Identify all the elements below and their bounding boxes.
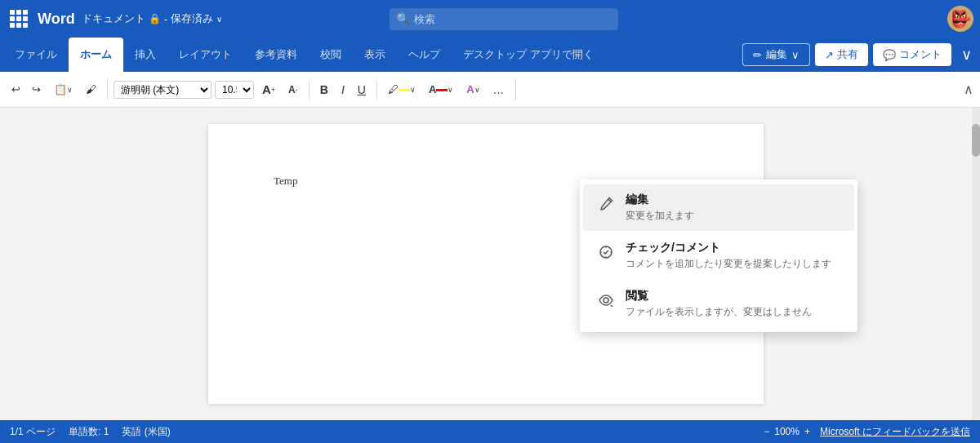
title-bar: Word ドキュメント 🔒 - 保存済み ∨ 🔍 👺 [0,0,980,38]
grow-font-icon: A [262,82,271,96]
comment-button[interactable]: 💬 コメント [873,43,951,66]
tab-view[interactable]: 表示 [353,38,397,72]
edit-mode-button[interactable]: ✏ 編集 ∨ [742,43,810,66]
view-item-title: 閲覧 [626,289,812,303]
redo-button[interactable]: ↪ [27,80,46,99]
clipboard-button[interactable]: 📋∨ [49,80,78,99]
italic-button[interactable]: I [336,80,350,100]
zoom-in-icon[interactable]: + [804,426,810,437]
edit-item-title: 編集 [626,193,694,207]
toolbar-separator-2 [309,80,310,100]
shrink-font-icon: A [288,84,296,95]
text-effects-button[interactable]: A ∨ [461,80,484,99]
zoom-out-icon[interactable]: − [764,426,769,437]
tab-insert[interactable]: 挿入 [123,38,167,72]
dropdown-item-view[interactable]: 閲覧 ファイルを表示しますが、変更はしません [583,281,854,327]
toolbar: ↩ ↪ 📋∨ 🖌 游明朝 (本文) 10.5 A+ A- B I U 🖊 ∨ A [0,72,980,108]
redo-icon: ↪ [32,83,41,95]
search-icon: 🔍 [396,12,410,25]
bold-button[interactable]: B [315,80,333,100]
font-color-icon: A [429,83,436,95]
underline-button[interactable]: U [353,80,371,100]
svg-point-1 [604,298,608,303]
tab-layout[interactable]: レイアウト [167,38,243,72]
undo-button[interactable]: ↩ [7,80,25,99]
tab-desktop-app[interactable]: デスクトップ アプリで開く [452,38,605,72]
dropdown-item-edit[interactable]: 編集 変更を加えます [583,184,854,231]
zoom-controls: − 100% + [764,426,810,437]
edit-item-text: 編集 変更を加えます [626,193,694,223]
more-formatting-icon: ... [493,82,504,97]
autosave-icon: 🔒 [149,13,161,24]
waffle-menu-icon[interactable] [7,7,31,31]
tab-review[interactable]: 校閲 [309,38,353,72]
undo-redo-group: ↩ ↪ [7,80,46,99]
feedback-link[interactable]: Microsoft にフィードバックを送信 [820,425,970,439]
highlight-icon: 🖊 [388,83,399,95]
word-count: 単語数: 1 [69,425,109,439]
share-label: 共有 [837,47,858,62]
status-right: − 100% + Microsoft にフィードバックを送信 [764,425,970,439]
share-button[interactable]: ↗ 共有 [815,43,868,66]
comment-label: コメント [899,47,942,62]
document-content[interactable]: Temp [274,175,297,187]
language: 英語 (米国) [122,425,170,439]
clipboard-caret: ∨ [67,86,73,94]
review-item-desc: コメントを追加したり変更を提案したりします [626,257,831,271]
search-input[interactable] [390,8,618,30]
zoom-level: 100% [774,426,800,437]
ribbon: ファイル ホーム 挿入 レイアウト 参考資料 校閲 表示 ヘルプ デスクトップ … [0,38,980,72]
status-bar: 1/1 ページ 単語数: 1 英語 (米国) − 100% + Microsof… [0,420,980,443]
tab-references[interactable]: 参考資料 [243,38,309,72]
highlight-button[interactable]: 🖊 ∨ [383,80,421,99]
review-item-icon [596,242,616,262]
tab-help[interactable]: ヘルプ [397,38,452,72]
bold-icon: B [320,83,328,96]
doc-title-caret: ∨ [216,15,222,24]
highlight-caret: ∨ [410,86,416,94]
view-item-desc: ファイルを表示しますが、変更はしません [626,305,812,319]
scrollbar-thumb[interactable] [972,124,980,157]
underline-icon: U [358,83,366,96]
toolbar-separator-1 [107,80,108,100]
toolbar-separator-3 [376,80,377,100]
dropdown-item-review[interactable]: チェック/コメント コメントを追加したり変更を提案したりします [583,233,854,279]
edit-item-desc: 変更を加えます [626,209,694,223]
title-bar-right: 👺 [947,6,973,32]
tab-file[interactable]: ファイル [3,38,69,72]
more-formatting-button[interactable]: ... [488,79,509,100]
font-color-button[interactable]: A ∨ [424,80,458,99]
ribbon-tabs: ファイル ホーム 挿入 レイアウト 参考資料 校閲 表示 ヘルプ デスクトップ … [3,38,605,72]
user-avatar[interactable]: 👺 [947,6,973,32]
font-size-select[interactable]: 10.5 [215,81,254,99]
edit-mode-dropdown: 編集 変更を加えます チェック/コメント コメントを追加したり変更を提案したりし… [580,179,858,332]
format-painter-icon: 🖌 [86,83,96,95]
format-painter-button[interactable]: 🖌 [81,80,101,99]
scrollbar-right[interactable] [972,108,980,420]
font-family-select[interactable]: 游明朝 (本文) [114,81,212,99]
text-effects-icon: A [466,83,474,95]
view-item-icon [596,290,616,310]
title-bar-grid: Word ドキュメント 🔒 - 保存済み ∨ 🔍 👺 [7,6,973,32]
main-area: Temp 編集 変更を加えます [0,108,980,420]
collapse-ribbon-button[interactable]: ∧ [964,82,973,97]
review-item-title: チェック/コメント [626,241,831,255]
doc-title[interactable]: ドキュメント 🔒 - 保存済み ∨ [82,11,222,26]
svg-line-2 [611,305,612,307]
font-color-caret: ∨ [448,86,453,94]
edit-button-label: 編集 [766,47,787,62]
tab-home[interactable]: ホーム [69,38,123,72]
edit-caret-icon: ∨ [791,49,800,61]
avatar-emoji: 👺 [951,9,971,29]
view-item-text: 閲覧 ファイルを表示しますが、変更はしません [626,289,812,319]
share-icon: ↗ [825,49,834,61]
edit-pencil-icon: ✏ [753,49,762,61]
comment-icon: 💬 [883,49,896,61]
ribbon-more-button[interactable]: ∨ [956,46,977,64]
page-info: 1/1 ページ [10,425,56,439]
search-wrapper: 🔍 [390,8,618,30]
toolbar-divider-vertical [515,79,516,100]
clipboard-icon: 📋 [54,83,67,95]
grow-font-button[interactable]: A+ [257,79,280,100]
shrink-font-button[interactable]: A- [283,81,303,99]
